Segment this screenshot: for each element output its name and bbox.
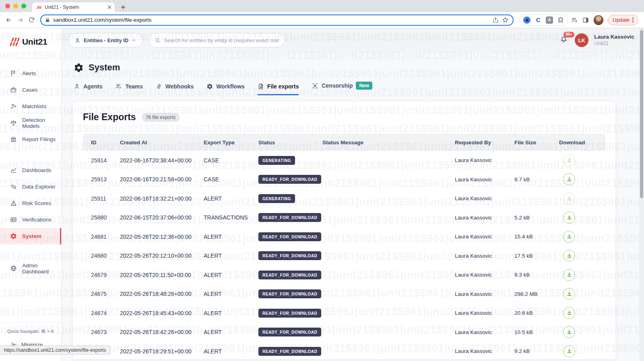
- gray-extension-icon[interactable]: A: [546, 16, 553, 24]
- tab-workflows[interactable]: Workflows: [206, 83, 245, 95]
- tab-label: Webhooks: [165, 83, 194, 90]
- cell-status: READY_FOR_DOWNLOAD: [258, 232, 322, 241]
- url-bar[interactable]: sandbox1.unit21.com/system/file-exports: [40, 14, 514, 26]
- cell-status: READY_FOR_DOWNLOAD: [258, 213, 322, 222]
- tab-file-exports[interactable]: File exports: [258, 83, 299, 95]
- cell-created-at: 2022-05-26T18:42:26+00:00: [120, 329, 204, 335]
- cell-created-at: 2022-05-26T20:11:50+00:00: [120, 272, 204, 278]
- download-button[interactable]: [563, 345, 575, 357]
- sidebar-item-admin-dashboard[interactable]: Admin Dashboard: [0, 260, 61, 277]
- sidebar-item-matchlists[interactable]: Matchlists: [0, 98, 61, 115]
- download-button[interactable]: [563, 193, 575, 205]
- sidebar-item-verifications[interactable]: Verifications: [0, 211, 61, 228]
- table-row: 24679 2022-05-26T20:11:50+00:00 ALERT RE…: [83, 265, 605, 285]
- sidebar-item-detection-models[interactable]: Detection Models: [0, 115, 61, 131]
- new-badge: New: [356, 82, 372, 90]
- download-button[interactable]: [563, 154, 575, 166]
- download-icon: [566, 310, 572, 316]
- main-area: Entities - Entity ID 99+ LK Laura Kassov…: [62, 28, 644, 361]
- cell-id: 24675: [91, 291, 120, 297]
- download-button[interactable]: [563, 250, 575, 262]
- reload-button[interactable]: [26, 14, 37, 26]
- sidebar-item-cases[interactable]: Cases: [0, 82, 61, 98]
- cell-id: 24681: [91, 234, 120, 240]
- table-row: 24680 2022-05-26T20:12:10+00:00 ALERT RE…: [83, 246, 605, 266]
- cell-file-size: 15.4 kB: [514, 234, 559, 240]
- extensions-puzzle-icon[interactable]: [557, 16, 564, 24]
- sidebar-item-data-explorer[interactable]: Data Explorer: [0, 178, 61, 195]
- scrollbar-thumb[interactable]: [640, 30, 643, 198]
- system-tabs: Agents Teams Webhooks Workflows File exp…: [74, 82, 644, 95]
- download-button[interactable]: [563, 288, 575, 300]
- minimize-window-button[interactable]: [13, 4, 18, 8]
- url-text: sandbox1.unit21.com/system/file-exports: [53, 17, 489, 23]
- download-button[interactable]: [563, 269, 575, 281]
- download-button[interactable]: [563, 307, 575, 319]
- app-topbar: Entities - Entity ID 99+ LK Laura Kassov…: [62, 28, 644, 52]
- tab-webhooks[interactable]: Webhooks: [156, 83, 194, 95]
- cell-export-type: ALERT: [204, 252, 258, 259]
- column-header-created-at: Created At: [120, 139, 204, 146]
- status-badge: READY_FOR_DOWNLOAD: [258, 271, 321, 279]
- people-icon: [115, 83, 122, 90]
- adblock-extension-icon[interactable]: [523, 16, 530, 24]
- browser-profile-avatar[interactable]: [593, 15, 604, 25]
- sidebar-item-report-filings[interactable]: Report Filings: [0, 131, 61, 148]
- tab-label: Agents: [83, 83, 102, 90]
- cell-download: [559, 345, 606, 357]
- cell-created-at: 2022-05-26T20:12:10+00:00: [120, 252, 204, 259]
- sidebar-item-alerts[interactable]: Alerts: [0, 65, 61, 82]
- download-button[interactable]: [563, 173, 575, 185]
- cell-download: [559, 250, 606, 262]
- flag-icon: [10, 70, 17, 77]
- cell-file-size: 10.5 kB: [514, 329, 559, 335]
- person-icon: [74, 37, 80, 43]
- censorship-lock-icon: [312, 82, 318, 89]
- column-header-requested-by: Requested By: [455, 139, 514, 146]
- cell-export-type: ALERT: [204, 195, 258, 202]
- cell-status: READY_FOR_DOWNLOAD: [258, 251, 322, 260]
- page-content: System Agents Teams Webhooks Workflows: [62, 52, 644, 359]
- sidebar-item-label: Data Explorer: [22, 184, 56, 190]
- forward-button[interactable]: [14, 14, 26, 26]
- sidebar-item-dashboards[interactable]: Dashboards: [0, 162, 61, 178]
- entity-type-dropdown[interactable]: Entities - Entity ID: [68, 33, 142, 47]
- maximize-window-button[interactable]: [21, 4, 26, 8]
- download-icon: [566, 157, 572, 163]
- cell-file-size: 9.2 kB: [514, 348, 559, 354]
- tab-agents[interactable]: Agents: [74, 83, 102, 95]
- column-header-download: Download: [559, 139, 606, 146]
- download-button[interactable]: [563, 326, 575, 338]
- cell-status: READY_FOR_DOWNLOAD: [258, 328, 322, 336]
- c-extension-icon[interactable]: C: [535, 16, 542, 24]
- reading-list-icon[interactable]: [571, 16, 578, 24]
- unit21-logo[interactable]: Unit21: [9, 35, 61, 49]
- tab-close-icon[interactable]: [107, 5, 111, 9]
- tab-teams[interactable]: Teams: [115, 83, 142, 95]
- sidebar-item-system[interactable]: System: [0, 228, 61, 244]
- browser-tab[interactable]: Unit21 - System: [32, 2, 115, 12]
- column-header-export-type: Export Type: [204, 139, 258, 146]
- back-button[interactable]: [3, 14, 14, 26]
- sidebar-footer: Quick Navigate: ⌘ + K Minimize: [0, 322, 61, 361]
- share-icon[interactable]: [492, 17, 499, 23]
- notifications-button[interactable]: 99+: [559, 35, 569, 45]
- browser-toolbar: sandbox1.unit21.com/system/file-exports …: [0, 12, 644, 28]
- browser-menu-icon[interactable]: [632, 17, 634, 23]
- browser-update-button[interactable]: Update: [608, 15, 638, 25]
- download-button[interactable]: [563, 231, 575, 243]
- close-window-button[interactable]: [5, 4, 10, 8]
- new-tab-button[interactable]: [119, 3, 127, 11]
- bookmark-star-icon[interactable]: [502, 16, 509, 23]
- user-avatar[interactable]: LK: [575, 33, 588, 47]
- cell-created-at: 2022-06-15T20:37:06+00:00: [120, 214, 204, 221]
- globe-icon: [10, 265, 17, 272]
- table-body: 25914 2022-06-16T20:38:44+00:00 CASE GEN…: [73, 151, 615, 359]
- entity-search-input[interactable]: [164, 37, 279, 43]
- download-button[interactable]: [563, 211, 575, 224]
- cell-download: [559, 173, 606, 185]
- user-info[interactable]: Laura Kassovic Unit21: [594, 34, 634, 47]
- tab-censorship[interactable]: Censorship New: [312, 82, 372, 95]
- side-panel-icon[interactable]: [582, 16, 589, 24]
- sidebar-item-risk-scores[interactable]: Risk Scores: [0, 195, 61, 211]
